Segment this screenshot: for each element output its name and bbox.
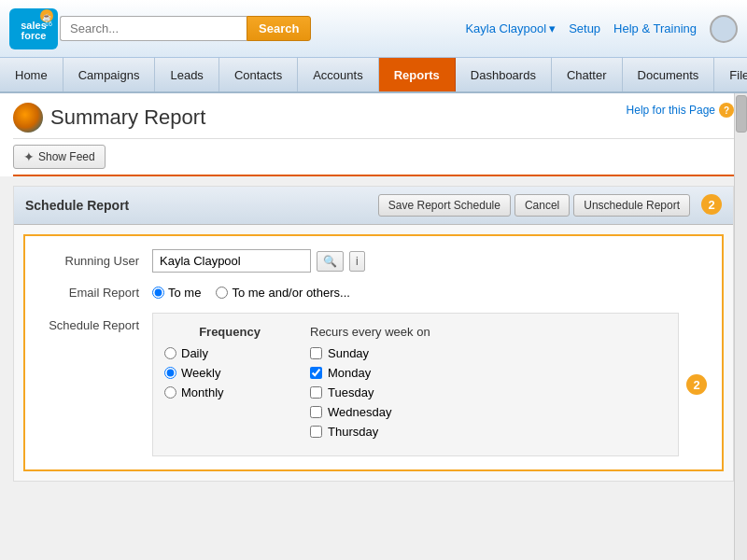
- help-icon: ?: [719, 103, 734, 118]
- schedule-content: Frequency Daily Weekly: [152, 313, 679, 456]
- schedule-report-label: Schedule Report: [40, 313, 152, 332]
- wednesday-checkbox[interactable]: [310, 406, 322, 418]
- help-link[interactable]: Help for this Page ?: [627, 103, 734, 118]
- day-tuesday[interactable]: Tuesday: [310, 385, 667, 399]
- freq-daily-radio[interactable]: [164, 347, 176, 359]
- email-to-me-option[interactable]: To me: [152, 286, 201, 300]
- schedule-report-section: Schedule Report Save Report Schedule Can…: [13, 186, 734, 482]
- report-icon: [13, 103, 43, 133]
- freq-monthly-radio[interactable]: [164, 386, 176, 399]
- user-name: Kayla Claypool: [465, 21, 546, 35]
- form-area: Running User 🔍 i Ema: [23, 234, 724, 471]
- monday-checkbox[interactable]: [310, 367, 322, 379]
- show-feed-label: Show Feed: [38, 150, 95, 163]
- wednesday-label: Wednesday: [328, 405, 391, 419]
- freq-daily-label: Daily: [181, 346, 208, 360]
- schedule-section-title: Schedule Report: [25, 198, 129, 213]
- recurs-title: Recurs every week on: [310, 325, 667, 339]
- nav-item-home[interactable]: Home: [0, 58, 63, 91]
- step-badge-header: 2: [701, 194, 722, 215]
- running-user-row: Running User 🔍 i: [40, 249, 707, 273]
- running-user-input[interactable]: [152, 249, 311, 273]
- cancel-button[interactable]: Cancel: [514, 194, 570, 217]
- email-to-others-radio[interactable]: [216, 287, 228, 299]
- running-user-control: 🔍 i: [152, 249, 365, 273]
- svg-text:force: force: [21, 30, 47, 41]
- email-report-radio-group: To me To me and/or others...: [152, 286, 350, 300]
- scrollbar[interactable]: [734, 93, 747, 560]
- help-text: Help for this Page: [627, 104, 715, 117]
- avatar: [710, 15, 738, 43]
- freq-monthly-label: Monthly: [181, 385, 224, 399]
- sunday-label: Sunday: [328, 346, 369, 360]
- svg-text:16: 16: [45, 21, 52, 27]
- nav-item-reports[interactable]: Reports: [379, 58, 456, 91]
- running-user-info-button[interactable]: i: [349, 251, 365, 272]
- chevron-down-icon: ▾: [549, 21, 556, 35]
- search-button[interactable]: Search: [247, 16, 311, 41]
- content-area: Summary Report Help for this Page ? ✦ Sh…: [0, 93, 747, 482]
- frequency-title: Frequency: [164, 325, 295, 339]
- tuesday-label: Tuesday: [328, 385, 374, 399]
- nav-item-contacts[interactable]: Contacts: [219, 58, 298, 91]
- navbar: Home Campaigns Leads Contacts Accounts R…: [0, 58, 747, 93]
- nav-item-dashboards[interactable]: Dashboards: [456, 58, 552, 91]
- email-report-row: Email Report To me To me and/or others..…: [40, 286, 707, 300]
- nav-item-leads[interactable]: Leads: [155, 58, 218, 91]
- recurs-column: Recurs every week on Sunday Monday: [295, 325, 667, 444]
- schedule-section: Schedule Report Save Report Schedule Can…: [13, 186, 734, 482]
- header: sales force ☕ 16 Search Kayla Claypool ▾…: [0, 0, 747, 58]
- nav-item-files[interactable]: Files: [714, 58, 747, 91]
- search-input[interactable]: [60, 16, 247, 41]
- user-menu[interactable]: Kayla Claypool ▾: [465, 21, 556, 35]
- salesforce-logo: sales force ☕ 16: [9, 8, 50, 49]
- page-title-area: Summary Report: [13, 103, 205, 133]
- nav-item-campaigns[interactable]: Campaigns: [63, 58, 156, 91]
- logo-icon: sales force ☕ 16: [9, 8, 50, 49]
- step-badge-side: 2: [686, 374, 707, 395]
- running-user-label: Running User: [40, 254, 152, 268]
- page-wrapper: Summary Report Help for this Page ? ✦ Sh…: [0, 93, 747, 560]
- thursday-label: Thursday: [328, 425, 378, 439]
- unschedule-button[interactable]: Unschedule Report: [573, 194, 690, 217]
- freq-weekly-label: Weekly: [181, 366, 220, 380]
- info-icon: i: [356, 255, 359, 268]
- header-right: Kayla Claypool ▾ Setup Help & Training: [465, 15, 738, 43]
- day-monday[interactable]: Monday: [310, 366, 667, 380]
- thursday-checkbox[interactable]: [310, 426, 322, 438]
- email-to-others-option[interactable]: To me and/or others...: [216, 286, 349, 300]
- freq-weekly-radio[interactable]: [164, 367, 176, 379]
- sunday-checkbox[interactable]: [310, 347, 322, 359]
- day-thursday[interactable]: Thursday: [310, 425, 667, 439]
- lookup-icon: 🔍: [323, 255, 337, 268]
- freq-daily-option[interactable]: Daily: [164, 346, 295, 360]
- feed-icon: ✦: [23, 149, 35, 164]
- email-to-me-radio[interactable]: [152, 287, 164, 299]
- freq-weekly-option[interactable]: Weekly: [164, 366, 295, 380]
- frequency-column: Frequency Daily Weekly: [164, 325, 295, 444]
- page-header: Summary Report Help for this Page ?: [13, 103, 734, 139]
- monday-label: Monday: [328, 366, 371, 380]
- freq-monthly-option[interactable]: Monthly: [164, 385, 295, 399]
- schedule-header: Schedule Report Save Report Schedule Can…: [14, 187, 733, 225]
- nav-item-chatter[interactable]: Chatter: [552, 58, 623, 91]
- nav-item-documents[interactable]: Documents: [623, 58, 715, 91]
- tuesday-checkbox[interactable]: [310, 386, 322, 399]
- help-training-link[interactable]: Help & Training: [613, 21, 697, 35]
- email-to-me-label: To me: [168, 286, 201, 300]
- page-title: Summary Report: [50, 105, 205, 130]
- schedule-actions: Save Report Schedule Cancel Unschedule R…: [378, 194, 722, 217]
- header-left: sales force ☕ 16 Search: [9, 8, 311, 49]
- save-report-schedule-button[interactable]: Save Report Schedule: [378, 194, 511, 217]
- email-to-others-label: To me and/or others...: [232, 286, 349, 300]
- running-user-lookup-button[interactable]: 🔍: [317, 251, 344, 272]
- day-sunday[interactable]: Sunday: [310, 346, 667, 360]
- search-area: Search: [60, 16, 311, 41]
- nav-item-accounts[interactable]: Accounts: [298, 58, 378, 91]
- page-area: Summary Report Help for this Page ? ✦ Sh…: [0, 93, 747, 176]
- day-wednesday[interactable]: Wednesday: [310, 405, 667, 419]
- setup-link[interactable]: Setup: [569, 21, 600, 35]
- scroll-thumb[interactable]: [736, 95, 747, 133]
- show-feed-button[interactable]: ✦ Show Feed: [13, 145, 106, 169]
- show-feed-bar: ✦ Show Feed: [13, 139, 734, 176]
